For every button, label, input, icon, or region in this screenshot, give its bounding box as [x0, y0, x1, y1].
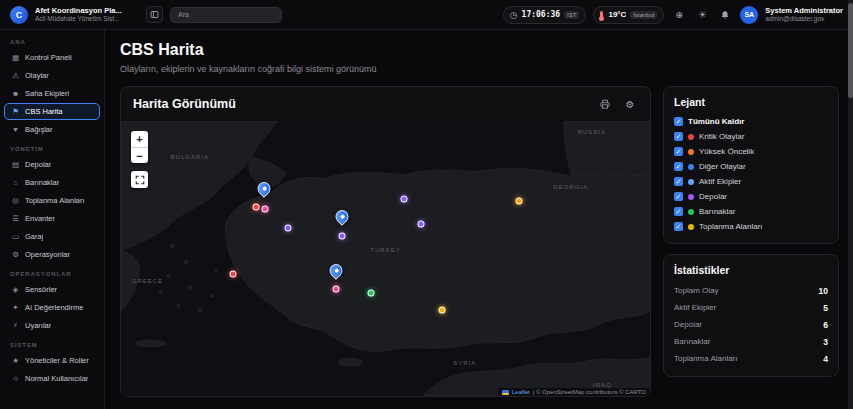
legend-item-label: Kritik Olaylar [699, 132, 744, 141]
sidebar-item-olaylar[interactable]: ⚠Olaylar [4, 67, 100, 84]
map-zoom-control: + − [131, 131, 148, 163]
map-marker-dot[interactable] [285, 225, 292, 232]
print-icon [600, 99, 610, 109]
checkbox-checked-icon[interactable]: ✓ [674, 192, 683, 201]
leaflet-link[interactable]: Leaflet [512, 389, 530, 395]
language-globe-button[interactable]: ⊕ [671, 7, 687, 23]
thermometer-icon [600, 11, 603, 19]
sidebar-item-barınaklar[interactable]: ⌂Barınaklar [4, 174, 100, 191]
shelter-icon: ⌂ [11, 178, 20, 187]
legend-item-aktif-ekipler[interactable]: ✓Aktif Ekipler [674, 174, 828, 189]
sidebar-section: YÖNETİM▤Depolar⌂Barınaklar◎Toplanma Alan… [0, 139, 104, 263]
legend-item-barınaklar[interactable]: ✓Barınaklar [674, 204, 828, 219]
legend-item-label: Diğer Olaylar [699, 162, 746, 171]
legend-card: Lejant ✓Tümünü Kaldır✓Kritik Olaylar✓Yük… [663, 86, 839, 244]
search-input[interactable] [170, 7, 282, 23]
assembly-point-icon: ◎ [11, 196, 20, 205]
user-email: admin@disaster.gov [765, 15, 843, 23]
main-row: Harita Görünümü ⚙ [120, 86, 839, 397]
sidebar-item-label: Barınaklar [25, 178, 59, 187]
sidebar-item-label: Bağışlar [25, 125, 53, 134]
weather-widget: 19°C İstanbul [593, 6, 664, 24]
checkbox-checked-icon[interactable]: ✓ [674, 132, 683, 141]
legend-item-label: Tümünü Kaldır [688, 117, 744, 126]
sidebar-item-saha-ekipleri[interactable]: ☻Saha Ekipleri [4, 85, 100, 102]
theme-toggle-button[interactable]: ☀ [694, 7, 710, 23]
sidebar-item-label: Garaj [25, 232, 43, 241]
sidebar-item-cbs-harita[interactable]: ⚑CBS Harita [4, 103, 100, 120]
legend-item-yüksek-öncelik[interactable]: ✓Yüksek Öncelik [674, 144, 828, 159]
alerts-icon: ⚡ [11, 321, 20, 330]
zoom-out-button[interactable]: − [131, 147, 148, 163]
users-icon: ☻ [11, 89, 20, 98]
sidebar-toggle-button[interactable] [146, 6, 163, 23]
legend-item-label: Toplanma Alanları [699, 222, 763, 231]
map-marker-dot[interactable] [516, 198, 523, 205]
user-name: System Administrator [765, 6, 843, 15]
main-content: CBS Harita Olayların, ekiplerin ve kayna… [105, 30, 853, 409]
stats-title: İstatistikler [674, 264, 828, 276]
map-marker-dot[interactable] [338, 233, 345, 240]
sidebar-item-label: Normal Kullanıcılar [25, 374, 88, 383]
checkbox-checked-icon[interactable]: ✓ [674, 147, 683, 156]
heart-icon: ♥ [11, 125, 20, 134]
map-marker-dot[interactable] [401, 195, 408, 202]
checkbox-checked-icon[interactable]: ✓ [674, 162, 683, 171]
operations-icon: ⚙ [11, 250, 20, 259]
sidebar-item-toplanma-alanları[interactable]: ◎Toplanma Alanları [4, 192, 100, 209]
map-marker-dot[interactable] [438, 306, 445, 313]
legend-item-tümünü-kaldır[interactable]: ✓Tümünü Kaldır [674, 114, 828, 129]
map-settings-button[interactable]: ⚙ [622, 96, 638, 112]
page-scrollbar[interactable] [848, 0, 853, 409]
legend-item-diğer-olaylar[interactable]: ✓Diğer Olaylar [674, 159, 828, 174]
notifications-button[interactable] [717, 7, 733, 23]
right-column: Lejant ✓Tümünü Kaldır✓Kritik Olaylar✓Yük… [663, 86, 839, 397]
sidebar-item-operasyonlar[interactable]: ⚙Operasyonlar [4, 246, 100, 263]
stat-row-toplanma-alanları: Toplanma Alanları4 [674, 350, 828, 367]
ukraine-flag-icon [502, 390, 509, 395]
app-title-block: Afet Koordinasyon Pla... Acil Müdahale Y… [35, 6, 135, 23]
map-tiles[interactable] [121, 121, 650, 396]
map-area[interactable]: + − Leaflet | © OpenStreetMap contributo… [121, 121, 650, 396]
map-marker-dot[interactable] [253, 204, 260, 211]
ai-icon: ✦ [11, 303, 20, 312]
sidebar-item-normal-kullanıcılar[interactable]: ☺Normal Kullanıcılar [4, 370, 100, 387]
print-map-button[interactable] [597, 96, 613, 112]
map-icon: ⚑ [11, 107, 20, 116]
legend-item-label: Depolar [699, 192, 727, 201]
map-attribution: Leaflet | © OpenStreetMap contributors ©… [498, 388, 650, 396]
legend-color-dot [688, 164, 694, 170]
legend-item-toplanma-alanları[interactable]: ✓Toplanma Alanları [674, 219, 828, 234]
map-marker-dot[interactable] [368, 289, 375, 296]
user-avatar[interactable]: SA [740, 6, 758, 24]
legend-color-dot [688, 209, 694, 215]
map-marker-dot[interactable] [418, 221, 425, 228]
legend-item-depolar[interactable]: ✓Depolar [674, 189, 828, 204]
map-marker-dot[interactable] [332, 285, 339, 292]
sidebar-item-ai-değerlendirme[interactable]: ✦AI Değerlendirme [4, 299, 100, 316]
checkbox-checked-icon[interactable]: ✓ [674, 222, 683, 231]
sidebar-item-label: Envanter [25, 214, 55, 223]
sidebar-item-garaj[interactable]: ▭Garaj [4, 228, 100, 245]
scrollbar-thumb[interactable] [848, 3, 853, 98]
sidebar-item-bağışlar[interactable]: ♥Bağışlar [4, 121, 100, 138]
sidebar-item-depolar[interactable]: ▤Depolar [4, 156, 100, 173]
sidebar-item-yöneticiler-roller[interactable]: ★Yöneticiler & Roller [4, 352, 100, 369]
zoom-in-button[interactable]: + [131, 131, 148, 147]
map-marker-dot[interactable] [262, 206, 269, 213]
map-marker-dot[interactable] [229, 270, 236, 277]
stat-label: Toplam Olay [674, 286, 718, 295]
checkbox-checked-icon[interactable]: ✓ [674, 117, 683, 126]
checkbox-checked-icon[interactable]: ✓ [674, 177, 683, 186]
checkbox-checked-icon[interactable]: ✓ [674, 207, 683, 216]
legend-color-dot [688, 224, 694, 230]
fullscreen-button[interactable] [131, 171, 148, 188]
sidebar-item-envanter[interactable]: ☰Envanter [4, 210, 100, 227]
header-right-cluster: ◷ 17:06:36 IST 19°C İstanbul ⊕ ☀ SA Syst… [503, 6, 843, 24]
sidebar-item-uyarılar[interactable]: ⚡Uyarılar [4, 317, 100, 334]
sidebar-item-kontrol-paneli[interactable]: ▦Kontrol Paneli [4, 49, 100, 66]
sidebar-item-label: Kontrol Paneli [25, 53, 72, 62]
legend-color-dot [688, 179, 694, 185]
legend-item-kritik-olaylar[interactable]: ✓Kritik Olaylar [674, 129, 828, 144]
sidebar-item-sensörler[interactable]: ◈Sensörler [4, 281, 100, 298]
